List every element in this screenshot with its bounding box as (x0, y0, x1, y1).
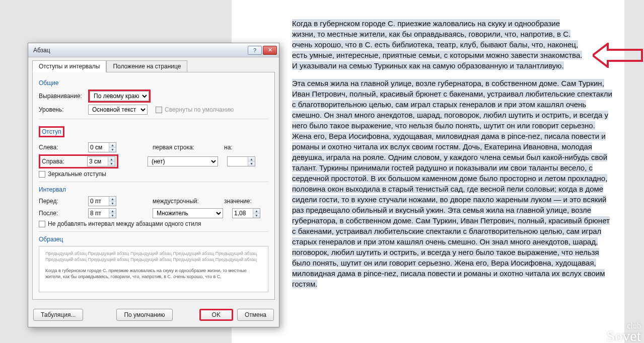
alignment-label: Выравнивание: (39, 93, 85, 100)
document-paragraph-2: Эта семья жила на главной улице, возле г… (292, 79, 612, 288)
first-line-select[interactable]: (нет) (148, 156, 218, 166)
space-before-input[interactable] (89, 197, 109, 206)
checkbox-icon (156, 107, 162, 113)
spinner-buttons[interactable]: ▲▼ (109, 143, 116, 152)
tab-indents[interactable]: Отступы и интервалы (32, 60, 106, 72)
watermark: club Sovet (607, 322, 641, 342)
mirror-indents-checkbox[interactable]: Зеркальные отступы (39, 170, 106, 178)
by-label-1: на: (224, 144, 239, 151)
collapse-default-checkbox[interactable]: Свернуты по умолчанию (156, 106, 234, 113)
checkbox-icon (39, 171, 45, 178)
document-page: Когда в губернском городе С. приезжие жа… (232, 0, 624, 343)
group-preview-label: Образец (39, 236, 268, 243)
paragraph-dialog: Абзац ? ✕ Отступы и интервалы Положение … (28, 43, 279, 327)
space-before-spinner[interactable]: ▲▼ (88, 196, 116, 206)
indent-left-label: Слева: (39, 144, 85, 151)
space-after-label: После: (39, 210, 85, 217)
indent-right-input[interactable] (88, 157, 108, 166)
group-general-label: Общие (39, 79, 268, 87)
first-line-by-spinner[interactable]: ▲▼ (227, 156, 255, 166)
dialog-titlebar[interactable]: Абзац ? ✕ (28, 43, 279, 57)
line-spacing-label: междустрочный: (153, 198, 203, 205)
indent-right-label: Справа: (42, 158, 84, 165)
spinner-buttons[interactable]: ▲▼ (108, 157, 115, 166)
first-line-by-input[interactable] (228, 157, 248, 166)
tab-position[interactable]: Положение на странице (106, 60, 187, 72)
dialog-body: Общие Выравнивание: По левому краю Урове… (32, 72, 275, 300)
space-before-label: Перед: (39, 198, 85, 205)
space-after-spinner[interactable]: ▲▼ (88, 208, 116, 218)
no-space-same-style-checkbox[interactable]: Не добавлять интервал между абзацами одн… (39, 220, 201, 227)
alignment-select[interactable]: По левому краю (90, 91, 149, 101)
cancel-button[interactable]: Отмена (237, 309, 274, 321)
line-spacing-select[interactable]: Множитель (153, 208, 223, 218)
dialog-tabs: Отступы и интервалы Положение на страниц… (28, 57, 279, 72)
dialog-title: Абзац (33, 47, 247, 54)
set-default-button[interactable]: По умолчанию (116, 309, 172, 321)
ok-button[interactable]: OK (199, 309, 233, 321)
indent-left-spinner[interactable]: ▲▼ (88, 142, 116, 152)
line-spacing-at-input[interactable] (233, 209, 253, 218)
callout-arrow-icon (593, 43, 643, 68)
checkbox-icon (39, 221, 45, 227)
line-spacing-at-spinner[interactable]: ▲▼ (232, 208, 260, 218)
first-line-label: первая строка: (153, 144, 203, 151)
document-paragraph-1: Когда в губернском городе С. приезжие жа… (292, 19, 582, 70)
spinner-buttons[interactable]: ▲▼ (248, 157, 255, 166)
preview-box: Предыдущий абзац Предыдущий абзац Предыд… (39, 246, 268, 292)
by-label-2: значение: (224, 198, 254, 205)
help-button[interactable]: ? (248, 46, 262, 55)
space-after-input[interactable] (89, 209, 109, 218)
outline-level-select[interactable]: Основной текст (88, 105, 148, 115)
group-spacing-label: Интервал (39, 186, 268, 193)
close-button[interactable]: ✕ (263, 46, 277, 55)
preview-sample-text: Когда в губернском городе С. приезжие жа… (45, 268, 262, 280)
indent-right-spinner[interactable]: ▲▼ (87, 156, 115, 166)
dialog-button-bar: Табуляция... По умолчанию OK Отмена (28, 304, 279, 327)
svg-marker-0 (593, 44, 642, 67)
level-label: Уровень: (39, 106, 85, 113)
indent-left-input[interactable] (89, 143, 109, 152)
spinner-buttons[interactable]: ▲▼ (253, 209, 260, 218)
spinner-buttons[interactable]: ▲▼ (109, 209, 116, 218)
tabs-button[interactable]: Табуляция... (33, 309, 83, 321)
spinner-buttons[interactable]: ▲▼ (109, 197, 116, 206)
group-indent-label: Отступ (39, 126, 64, 137)
preview-ghost-text: Предыдущий абзац Предыдущий абзац Предыд… (45, 250, 262, 263)
